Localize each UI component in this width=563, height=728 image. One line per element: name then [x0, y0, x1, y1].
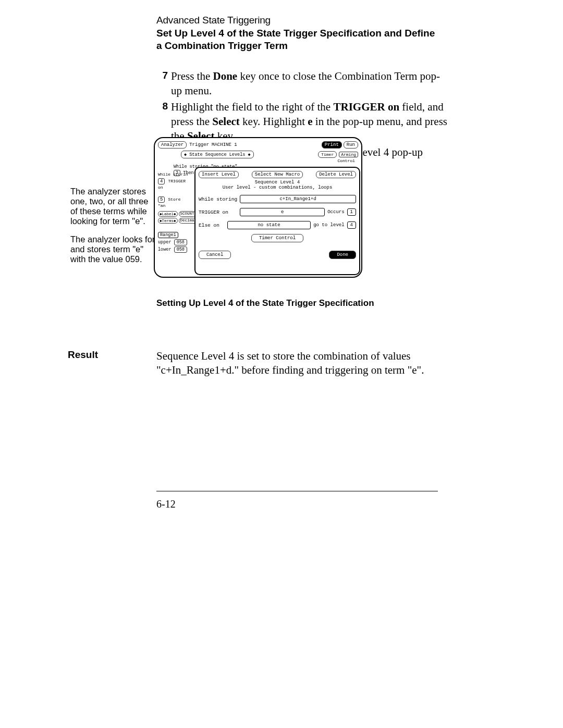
- timer-button[interactable]: Timer: [318, 151, 337, 158]
- arming-field: Arming: [339, 152, 358, 157]
- while-storing-row: While storing c+In_Range1+d: [199, 195, 356, 203]
- figure-caption: Setting Up Level 4 of the State Trigger …: [156, 298, 374, 309]
- step-text: Press the Done key once to close the Com…: [171, 69, 448, 98]
- else-on-row: Else on no state go to level 4: [199, 221, 356, 229]
- analyzer-screenshot: Analyzer Trigger MACHINE 1 Print Run ◆ S…: [154, 137, 362, 278]
- footer-rule: [156, 491, 438, 491]
- seq-level-4-title: Sequence Level 4: [199, 180, 356, 185]
- callout-2: The analyzer looks for and stores term "…: [70, 235, 156, 264]
- print-button[interactable]: Print: [322, 141, 342, 149]
- lower-value: 050: [174, 246, 187, 253]
- run-button[interactable]: Run: [344, 141, 358, 149]
- goto-field[interactable]: 4: [347, 221, 356, 229]
- delete-level-button[interactable]: Delete Level: [316, 171, 356, 178]
- occurs-field[interactable]: 1: [347, 208, 356, 216]
- header-title: Set Up Level 4 of the State Trigger Spec…: [156, 27, 438, 52]
- mock-top-row: Analyzer Trigger MACHINE 1 Print Run: [158, 141, 358, 149]
- mock-left-column: While storin 4 TRIGGER on 5 Store "an: [158, 172, 190, 208]
- trigger-label: Trigger: [189, 142, 209, 147]
- header-kicker: Advanced State Triggering: [156, 15, 438, 26]
- done-button[interactable]: Done: [329, 251, 356, 259]
- while-storing-label: While storing: [199, 196, 237, 202]
- timer-control-row: Timer Control: [199, 234, 356, 242]
- label-button[interactable]: ◆Label◆: [158, 211, 178, 217]
- machine-label: MACHINE 1: [212, 142, 237, 147]
- upper-value: 058: [174, 239, 187, 245]
- insert-level-button[interactable]: Insert Level: [199, 171, 239, 178]
- figure: The analyzer stores one, two, or all thr…: [70, 134, 446, 280]
- select-new-macro-button[interactable]: Select New Macro: [252, 171, 303, 178]
- lower-label: lower: [158, 247, 172, 252]
- cancel-button[interactable]: Cancel: [199, 251, 231, 259]
- terms-button[interactable]: ◆Terms◆: [158, 218, 178, 224]
- user-level-subtitle: User level - custom combinations, loops: [199, 185, 356, 190]
- while-storing-field[interactable]: c+In_Range1+d: [240, 195, 356, 203]
- upper-label: upper: [158, 240, 172, 245]
- goto-label: go to level: [313, 223, 344, 228]
- state-seq-levels[interactable]: ◆ State Sequence Levels ◆: [181, 151, 254, 158]
- range-box: Range1 upper 058 lower 050: [158, 232, 191, 253]
- step-num: 7: [156, 69, 168, 82]
- trigger-on-label: TRIGGER on: [199, 209, 237, 215]
- level-4-box: 4: [158, 178, 165, 184]
- page-number: 6-12: [156, 498, 176, 510]
- level-5-box: 5: [158, 196, 165, 203]
- else-on-field[interactable]: no state: [227, 221, 311, 229]
- trigger-on-row: TRIGGER on e Occurs 1: [199, 208, 356, 216]
- range1-label: Range1: [158, 232, 178, 238]
- step-7: 7 Press the Done key once to close the C…: [156, 69, 448, 98]
- result-block: Result Sequence Level 4 is set to store …: [68, 349, 448, 378]
- result-text: Sequence Level 4 is set to store the com…: [156, 349, 448, 378]
- occurs-label: Occurs: [327, 209, 344, 215]
- analyzer-button[interactable]: Analyzer: [158, 141, 187, 149]
- callout-1: The analyzer stores one, two, or all thr…: [70, 187, 156, 226]
- result-label: Result: [68, 349, 156, 378]
- control-label: Control: [158, 158, 358, 163]
- step-num: 8: [156, 100, 168, 113]
- sequence-level-popup: Insert Level Select New Macro Delete Lev…: [194, 167, 360, 275]
- while-storin: While storin: [158, 172, 190, 177]
- timer-control-button[interactable]: Timer Control: [251, 234, 303, 242]
- trigger-on-field[interactable]: e: [240, 208, 325, 216]
- page-header: Advanced State Triggering Set Up Level 4…: [156, 15, 438, 52]
- scount-button[interactable]: SCOUNT: [179, 211, 196, 217]
- else-on-label: Else on: [199, 223, 225, 228]
- labels-terms-column: ◆Label◆ SCOUNT ◆Terms◆ Decimal: [158, 211, 191, 224]
